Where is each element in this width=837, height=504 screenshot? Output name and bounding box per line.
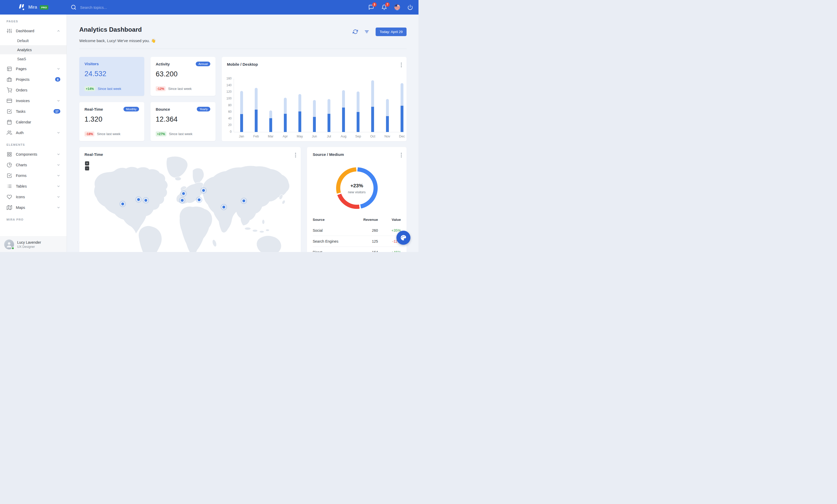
messages-icon[interactable]: 3 [368, 4, 374, 11]
stacked-bar [284, 98, 287, 132]
source-medium-card: Source / Medium +23% new visitors Source… [307, 147, 407, 252]
sliders-icon [7, 28, 12, 34]
main-content: Analytics Dashboard Welcome back, Lucy! … [67, 15, 418, 252]
refresh-icon[interactable] [353, 29, 358, 35]
table-row: Social 260 +35% [313, 225, 401, 236]
sidebar-item-charts[interactable]: Charts [0, 160, 67, 170]
map-markers-layer [82, 153, 299, 252]
sidebar-section-mira-pro: MIRA PRO [0, 213, 67, 224]
stat-period-badge[interactable]: Yearly [197, 107, 210, 111]
users-icon [7, 130, 12, 135]
calendar-icon [7, 119, 12, 125]
sidebar-item-icons[interactable]: Icons [0, 191, 67, 202]
sidebar-item-tasks[interactable]: Tasks 17 [0, 106, 67, 117]
stat-value: 63.200 [156, 70, 210, 78]
y-axis-tick: 20 [222, 123, 232, 127]
stat-value: 1.320 [85, 115, 139, 124]
user-role: UX Designer [17, 245, 41, 249]
sidebar-item-orders[interactable]: Orders [0, 85, 67, 95]
map-marker[interactable] [144, 199, 147, 202]
chevron-down-icon [57, 184, 60, 188]
sidebar-subitem-analytics[interactable]: Analytics [0, 45, 67, 54]
stat-title: Real-Time [85, 107, 103, 111]
sidebar-item-label: Tables [16, 184, 27, 188]
kebab-menu-icon[interactable] [401, 152, 402, 158]
heart-icon [7, 194, 12, 200]
stacked-bar [371, 80, 374, 132]
sidebar-item-label: Projects [16, 77, 29, 81]
sidebar-item-dashboard[interactable]: Dashboard [0, 25, 67, 36]
stat-value: 12.364 [156, 115, 210, 124]
sidebar-item-maps[interactable]: Maps [0, 202, 67, 213]
source-cell: Social [313, 228, 355, 232]
brand[interactable]: Mira PRO [18, 0, 48, 15]
stacked-bar [400, 83, 404, 132]
top-navbar: Mira PRO 3 7 [0, 0, 418, 15]
stat-period-badge[interactable]: Monthly [123, 107, 139, 111]
sidebar: PAGES Dashboard Default Analytics SaaS P… [0, 15, 67, 252]
stat-title: Visitors [85, 61, 99, 66]
x-axis-tick: May [293, 135, 306, 138]
sidebar-item-calendar[interactable]: Calendar [0, 117, 67, 127]
date-button[interactable]: Today: April 29 [376, 27, 407, 36]
notifications-bell-icon[interactable]: 7 [381, 4, 387, 11]
map-marker[interactable] [121, 203, 124, 205]
user-profile[interactable]: Lucy Lavender UX Designer [0, 237, 67, 252]
stacked-bar [298, 94, 301, 132]
search-icon [71, 4, 76, 10]
check-square-icon [7, 173, 12, 178]
map-marker[interactable] [182, 192, 185, 195]
map-marker[interactable] [243, 200, 245, 202]
tasks-count-badge: 17 [54, 109, 60, 114]
sidebar-item-invoices[interactable]: Invoices [0, 95, 67, 106]
sidebar-section-elements: ELEMENTS [0, 138, 67, 149]
stat-title: Bounce [156, 107, 170, 111]
map-marker[interactable] [181, 199, 184, 202]
value-cell: +46% [378, 250, 401, 252]
theme-palette-button[interactable] [396, 231, 410, 245]
sidebar-item-label: Auth [16, 131, 24, 135]
map-marker[interactable] [198, 199, 201, 201]
sidebar-item-tables[interactable]: Tables [0, 181, 67, 191]
donut-center-value: +23% [307, 183, 407, 189]
column-header: Revenue [355, 218, 378, 222]
sidebar-subitem-default[interactable]: Default [0, 36, 67, 45]
stat-card-real-time: Real-Time Monthly 1.320 -18% Since last … [79, 102, 144, 141]
credit-card-icon [7, 98, 12, 104]
x-axis-tick: Apr [279, 135, 292, 138]
change-chip: +14% [85, 86, 95, 91]
sidebar-item-projects[interactable]: Projects 8 [0, 74, 67, 85]
stat-period-badge[interactable]: Annual [196, 61, 210, 66]
power-icon[interactable] [407, 4, 413, 11]
pro-badge: PRO [40, 5, 49, 10]
messages-count-badge: 3 [372, 2, 377, 7]
mobile-desktop-chart-card: Mobile / Desktop 020406080100120140160Ja… [222, 57, 407, 141]
sidebar-item-label: Pages [16, 67, 26, 71]
sidebar-item-components[interactable]: Components [0, 149, 67, 160]
sidebar-item-pages[interactable]: Pages [0, 63, 67, 74]
sidebar-subitem-saas[interactable]: SaaS [0, 54, 67, 63]
revenue-cell: 260 [355, 228, 378, 232]
y-axis-tick: 100 [222, 97, 232, 100]
y-axis-tick: 60 [222, 110, 232, 114]
map-marker[interactable] [202, 189, 205, 192]
sidebar-item-auth[interactable]: Auth [0, 127, 67, 138]
sidebar-item-forms[interactable]: Forms [0, 170, 67, 181]
language-flag-icon[interactable] [394, 4, 400, 11]
change-chip: -12% [156, 86, 165, 91]
map-marker[interactable] [222, 206, 225, 209]
sidebar-item-label: Tasks [16, 109, 25, 114]
x-axis-tick: Jun [308, 135, 321, 138]
sidebar-item-label: Charts [16, 163, 27, 167]
app-window: Mira PRO 3 7 PAGES [0, 0, 418, 252]
chevron-down-icon [57, 131, 60, 135]
map-marker[interactable] [137, 198, 140, 201]
y-axis-tick: 40 [222, 117, 232, 120]
briefcase-icon [7, 77, 12, 82]
search-input[interactable] [80, 5, 148, 10]
chevron-up-icon [57, 29, 60, 33]
sidebar-item-label: Components [16, 152, 37, 156]
table-row: Direct 164 +46% [313, 247, 401, 252]
filter-icon[interactable] [364, 29, 370, 35]
stacked-bar [269, 110, 272, 132]
